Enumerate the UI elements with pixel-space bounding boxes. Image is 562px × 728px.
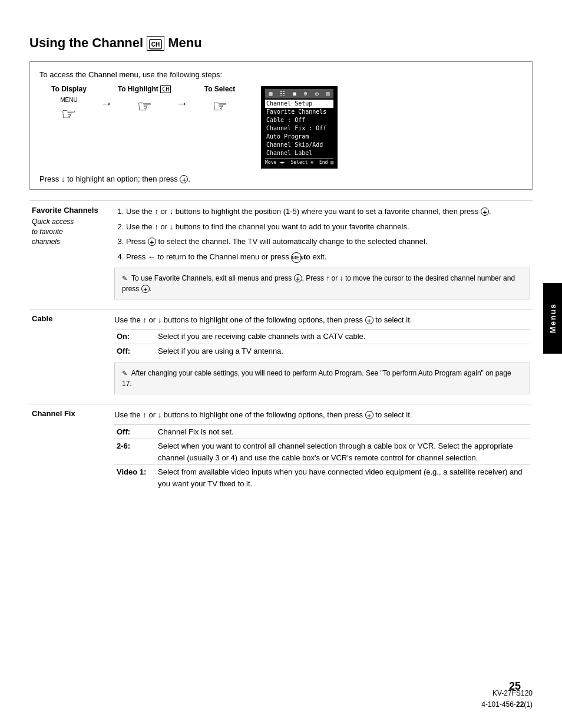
cf-option-off: Off: Channel Fix is not set. (114, 424, 530, 439)
fav-label: Favorite Channels (32, 206, 106, 215)
instruction-intro: To access the Channel menu, use the foll… (39, 70, 523, 79)
select-hand: ☞ (213, 97, 227, 116)
fav-note: ✎ To use Favorite Channels, exit all men… (114, 268, 530, 299)
table-row-cable: Cable Use the ↑ or ↓ buttons to highligh… (29, 309, 533, 404)
step3-label: To Select (204, 85, 235, 93)
step-display: To Display MENU ☞ (39, 85, 98, 124)
channelfix-options: Off: Channel Fix is not set. 2-6: Select… (114, 424, 530, 491)
note-icon-cable: ✎ (122, 370, 127, 377)
fav-sublabel: Quick accessto favoritechannels (32, 217, 106, 246)
menu-footer: Move ◄►Select ⊕End ▤ (265, 158, 333, 166)
cf-v1-value: Select from available video inputs when … (156, 465, 530, 491)
plus-btn-inline: + (180, 175, 188, 183)
cable-note: ✎ After changing your cable settings, yo… (114, 363, 530, 394)
cable-on-value: Select if you are receiving cable channe… (156, 330, 530, 344)
step-highlight: To Highlight CH ☞ (115, 85, 174, 116)
fav-step-1: Use the ↑ or ↓ buttons to highlight the … (126, 206, 530, 218)
plus-btn-step3: + (148, 238, 156, 246)
menu-item-favorite: Favorite Channels (265, 108, 333, 116)
menu-item-label: Channel Label (265, 149, 333, 157)
svg-text:CH: CH (151, 41, 160, 48)
fav-step-4: Press ← to return to the Channel menu or… (126, 251, 530, 263)
title-text-part2: Menu (168, 35, 201, 51)
plus-btn-note: + (294, 274, 302, 282)
plus-btn-step1: + (481, 207, 489, 216)
menu-item-autoprogram: Auto Program (265, 133, 333, 141)
plus-btn-cable: + (365, 316, 373, 324)
plus-btn-cf: + (365, 411, 373, 419)
title-text-part1: Using the Channel (29, 35, 143, 51)
channel-menu-icon: CH (147, 36, 164, 51)
press-note: Press ↓ to highlight an option; then pre… (39, 174, 523, 183)
arrow1: → (98, 85, 115, 110)
fav-step-2: Use the ↑ or ↓ buttons to find the chann… (126, 221, 530, 233)
model-text: KV-27FS120 (492, 689, 533, 697)
cable-off-value: Select if you are using a TV antenna. (156, 344, 530, 358)
cable-option-off: Off: Select if you are using a TV antenn… (114, 344, 530, 358)
menu-screenshot: ▦☷▣⚙◎▤ Channel Setup Favorite Channels C… (261, 85, 338, 169)
cf-26-value: Select when you want to control all chan… (156, 439, 530, 465)
cf-option-video1: Video 1: Select from available video inp… (114, 465, 530, 491)
channelfix-label: Channel Fix (32, 409, 106, 418)
cf-option-26: 2-6: Select when you want to control all… (114, 439, 530, 465)
cable-off-key: Off: (114, 344, 156, 358)
cf-26-key: 2-6: (114, 439, 156, 465)
table-row-favorite: Favorite Channels Quick accessto favorit… (29, 201, 533, 309)
menu-item-channel-setup: Channel Setup (265, 100, 333, 108)
fav-steps: Use the ↑ or ↓ buttons to highlight the … (114, 206, 530, 263)
menu-item-cable: Cable : Off (265, 116, 333, 124)
arrow2: → (174, 85, 190, 110)
fav-step-3: Press + to select the channel. The TV wi… (126, 236, 530, 248)
cf-off-value: Channel Fix is not set. (156, 424, 530, 439)
instruction-box: To access the Channel menu, use the foll… (29, 61, 533, 190)
step2-label: To Highlight CH (118, 85, 171, 93)
content-table: Favorite Channels Quick accessto favorit… (29, 200, 533, 495)
cable-label: Cable (32, 314, 106, 323)
page-title: Using the Channel CH Menu (29, 35, 533, 51)
side-tab-label: Menus (548, 303, 557, 333)
display-hand: MENU ☞ (60, 97, 77, 124)
menu-item-skip: Channel Skip/Add (265, 141, 333, 149)
cf-off-key: Off: (114, 424, 156, 439)
step1-label: To Display (51, 85, 87, 93)
cable-on-key: On: (114, 330, 156, 344)
channelfix-intro: Use the ↑ or ↓ buttons to highlight one … (114, 409, 530, 421)
part-number: 4-101-456-22(1) (481, 700, 533, 709)
menu-btn-step4: MENU (291, 252, 302, 263)
table-row-channelfix: Channel Fix Use the ↑ or ↓ buttons to hi… (29, 404, 533, 496)
cable-intro: Use the ↑ or ↓ buttons to highlight one … (114, 314, 530, 326)
cable-option-on: On: Select if you are receiving cable ch… (114, 330, 530, 344)
steps-row: To Display MENU ☞ → To Highlight CH (39, 85, 523, 169)
menu-top-icons: ▦☷▣⚙◎▤ (265, 89, 333, 98)
cf-v1-key: Video 1: (114, 465, 156, 491)
model-number: KV-27FS120 4-101-456-22(1) (481, 688, 533, 710)
menu-item-channelfix: Channel Fix : Off (265, 124, 333, 133)
side-tab: Menus (543, 283, 562, 354)
highlight-hand: ☞ (137, 97, 152, 116)
note-icon-fav: ✎ (122, 275, 127, 282)
step-select: To Select ☞ (190, 85, 249, 116)
plus-btn-note2: + (141, 285, 150, 293)
cable-options: On: Select if you are receiving cable ch… (114, 329, 530, 358)
